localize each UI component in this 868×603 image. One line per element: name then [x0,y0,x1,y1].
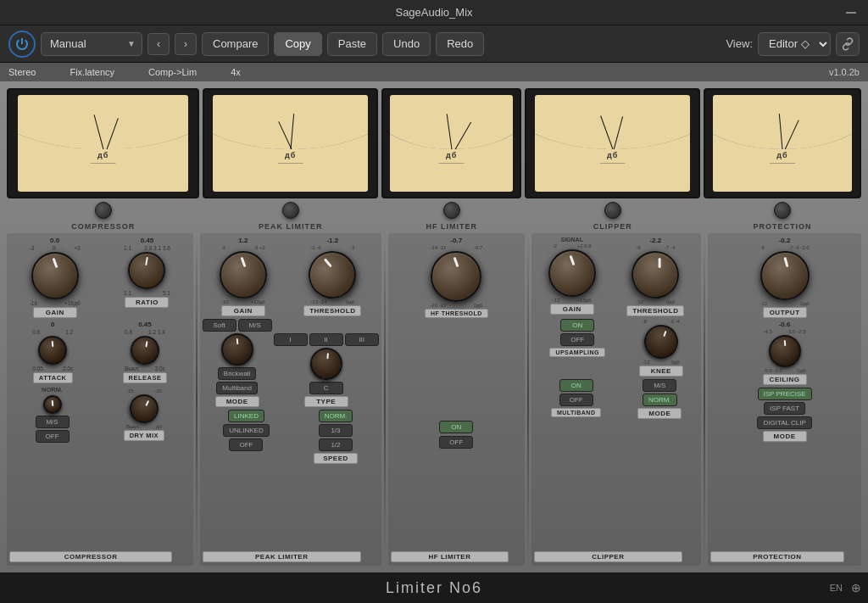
plugin-title: Limiter No6 [386,579,482,597]
clipper-mode-label: MODE [637,408,682,419]
clipper-multiband-off[interactable]: OFF [559,394,593,406]
compressor-release-label: RELEASE [123,372,168,383]
nav-forward-button[interactable]: › [175,33,197,55]
compressor-module-label: COMPRESSOR [71,222,135,231]
hf-off-btn[interactable]: OFF [439,436,473,449]
view-select[interactable]: Editor ◇ [758,32,831,56]
peak-mode-knob[interactable] [221,333,253,366]
protection-output-knob[interactable] [758,249,811,303]
hf-limiter-vu-label: дб [446,151,457,159]
compressor-ratio-value: 0.45 [141,237,154,244]
clipper-off-btn[interactable]: OFF [560,333,594,346]
peak-ms-btn[interactable]: M/S [238,319,272,332]
hf-on-btn[interactable]: ON [439,421,473,433]
paste-button[interactable]: Paste [327,32,377,56]
compressor-ms-toggle[interactable]: M/S [36,416,70,428]
preset-select[interactable]: Manual [41,32,142,56]
compressor-gain-scale2: -18+18дб [30,300,81,306]
compressor-ratio-knob[interactable] [128,252,165,289]
peak-off-btn[interactable]: OFF [229,438,263,451]
peak-unlinked-btn[interactable]: UNLINKED [223,424,269,437]
hf-limiter-bypass-knob[interactable] [443,202,460,219]
compressor-drymix-knob[interactable] [125,388,164,427]
peak-type-knob[interactable] [308,345,345,382]
peak-limiter-gain-knob[interactable] [220,251,267,299]
clipper-threshold-label: THRESHOLD [626,305,684,316]
peak-limiter-threshold-knob[interactable] [302,244,363,305]
compressor-gain-control: 0.0 -30+3 -18+18дб GAIN [30,237,81,318]
hf-limiter-vu-meter: дб ────── [381,88,521,198]
compressor-off-toggle[interactable]: OFF [36,430,70,443]
peak-limiter-threshold-label: THRESHOLD [303,305,361,316]
protection-isp-fast-btn[interactable]: ISP FAST [764,402,805,415]
window-title: SageAudio_Mix [395,6,472,19]
clipper-threshold-knob[interactable] [625,244,686,305]
hf-threshold-knob[interactable] [431,251,481,302]
hf-limiter-vu-module: дб ────── HF LIMITER [381,88,521,231]
clipper-threshold-value: -2.2 [649,237,661,244]
power-button[interactable] [8,31,36,58]
compressor-attack-knob[interactable] [38,336,67,365]
hf-toggle-controls: ON OFF [391,421,522,449]
compare-button[interactable]: Compare [202,32,269,56]
clipper-knee-scale-bot: -120дб [643,360,680,365]
compressor-release-knob[interactable] [127,332,163,368]
peak-limiter-threshold-value: -1.2 [326,237,338,244]
copy-button[interactable]: Copy [274,32,321,56]
window-close-button[interactable] [846,12,856,14]
clipper-vu-brand: ────── [600,160,626,166]
clipper-on-btn[interactable]: ON [560,319,594,332]
protection-ceiling-scale-bot: -5.5 -6.00дб [764,368,806,373]
peak-type-c[interactable]: C [309,382,343,394]
info-version: v1.0.2b [829,67,860,77]
compressor-norm-control: NORM. M/S OFF [36,386,70,443]
language-selector[interactable]: EN [830,583,843,593]
peak-limiter-bypass-knob[interactable] [282,202,299,219]
undo-button[interactable]: Undo [382,32,431,56]
plugin-area: дб ────── COMPRESSOR дб ────── P [0,81,868,572]
hf-limiter-vu-brand: ────── [439,160,465,166]
clipper-mode-norm[interactable]: NORM. [643,394,677,406]
compressor-gain-knob[interactable] [31,252,79,299]
peak-mode-label: MODE [215,396,259,407]
peak-type-ii[interactable]: II [309,333,343,346]
peak-limiter-vu-module: дб ────── PEAK LIMITER [203,88,378,231]
redo-button[interactable]: Redo [436,32,484,56]
peak-speed-13-btn[interactable]: 1/3 [319,424,353,437]
protection-ceiling-knob[interactable] [769,335,801,367]
link-button[interactable] [836,32,860,56]
peak-multiband-btn[interactable]: Multiband [216,382,258,394]
hf-thresh-scale-bot: -20 -220дб [430,303,482,308]
compressor-norm-knob[interactable] [43,395,62,414]
clipper-gain-knob[interactable] [548,249,596,297]
hf-limiter-module-label: HF LIMITER [426,222,477,231]
nav-back-button[interactable]: ‹ [147,33,170,55]
clipper-threshold-control: -2.2 -9-7 -4 -120дб THRESHOLD [626,237,684,316]
compressor-drymix-label: DRY MIX [124,430,164,441]
clipper-upsampling-label: UPSAMPLING [549,348,605,357]
protection-bypass-knob[interactable] [774,202,791,219]
protection-section: -0.2 -9-7 -4 -3.0 -120дб OUTPUT -0.6 -4.… [708,233,861,566]
clipper-bypass-knob[interactable] [604,202,621,219]
clipper-knee-knob[interactable] [638,319,683,364]
info-comp-lim: Comp->Lim [148,67,197,77]
peak-linked-btn[interactable]: LINKED [228,410,264,422]
peak-speed-12-btn[interactable]: 1/2 [319,438,353,451]
protection-isp-precise-btn[interactable]: ISP PRECISE [758,388,812,400]
peak-soft-btn[interactable]: Soft [203,319,236,332]
clipper-knee-control: -8-3 -4 -120дб KNEE [639,319,683,377]
clipper-mode-ms[interactable]: M/S [643,379,676,392]
compressor-bypass-knob[interactable] [95,202,112,219]
compressor-vu-needle [93,115,103,150]
peak-limiter-section-label: PEAK LIMITER [203,551,361,562]
compressor-attack-control: 0 0.81.2 0.052.0c ATTACK [32,321,73,383]
peak-limiter-threshold-control: -1.2 -3 -6-3 -13 -140дб THRESHOLD [303,237,361,316]
compressor-drymix-control: -15-20 Выкл.дб DRY MIX [124,388,164,441]
peak-type-iii[interactable]: III [345,333,379,346]
peak-type-i[interactable]: I [274,333,308,346]
clipper-multiband-on[interactable]: ON [559,379,593,392]
peak-brickwall-btn[interactable]: Brickwall [218,367,257,380]
protection-digital-clip-btn[interactable]: DIGITAL CLIP [757,416,811,429]
peak-norm-btn[interactable]: NORM. [319,410,353,422]
compressor-norm-label: NORM. [42,386,63,394]
